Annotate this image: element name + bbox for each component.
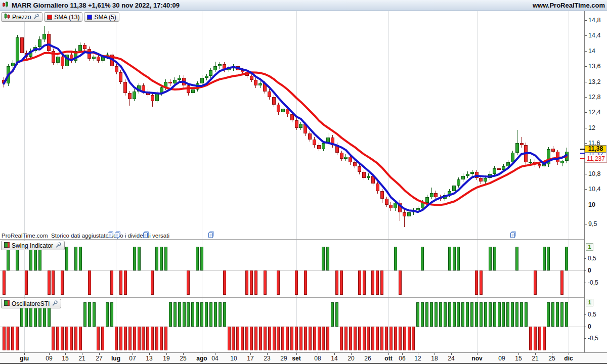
osc-bar — [61, 327, 64, 351]
candle — [335, 145, 339, 153]
candle — [340, 153, 343, 158]
price-axis-tick — [585, 20, 587, 21]
osc-bar — [110, 302, 113, 327]
candle — [272, 97, 276, 105]
wrench-icon[interactable] — [33, 13, 39, 21]
candle — [173, 80, 177, 84]
candle — [362, 172, 366, 177]
osc-bar — [290, 327, 293, 351]
price-pane[interactable] — [0, 11, 584, 239]
swing-bar — [453, 247, 456, 271]
osc-bar — [416, 302, 419, 327]
indicator-color-icon — [4, 300, 10, 307]
osc-bar — [520, 302, 523, 327]
indicator-axis-tick — [584, 314, 586, 315]
time-axis-label: 21 — [532, 355, 538, 362]
osc-bar — [493, 302, 496, 327]
candle — [47, 34, 51, 51]
price-axis-tick — [585, 66, 587, 67]
time-axis-label: 15 — [515, 355, 522, 362]
osc-bar — [93, 302, 96, 327]
osc-bar — [232, 327, 235, 351]
price-axis-tick — [585, 189, 587, 190]
osc-bar — [169, 302, 172, 327]
time-axis-label: 20 — [348, 355, 354, 362]
osc-bar — [543, 327, 546, 351]
osc-bar — [502, 302, 505, 327]
oscillator-sti-header-chip[interactable]: OscillatoreSTI — [1, 299, 61, 308]
swing-bar — [480, 270, 483, 295]
candle — [286, 109, 289, 114]
osc-bar — [547, 302, 550, 327]
time-axis-label: 21 — [78, 355, 85, 362]
swing-bar — [547, 247, 550, 271]
time-axis-label: 07 — [129, 355, 136, 362]
candle — [160, 87, 163, 93]
oscillator-sti-pane[interactable] — [0, 298, 584, 352]
osc-bar — [133, 327, 136, 351]
indicator-axis-label: 0,5 — [588, 255, 596, 262]
swing-bar — [151, 270, 154, 295]
candle — [313, 140, 316, 145]
osc-bar — [70, 327, 73, 351]
price-axis-label: 12,4 — [588, 109, 600, 116]
osc-bar — [187, 302, 190, 327]
swing-bar — [264, 270, 267, 295]
osc-bar — [277, 327, 280, 351]
candle — [254, 80, 257, 85]
candle — [484, 178, 487, 182]
osc-bar — [470, 302, 473, 327]
swing-bar — [376, 270, 379, 295]
price-axis-tick — [585, 224, 587, 224]
candle — [547, 149, 550, 164]
osc-bar — [160, 327, 163, 351]
pane-separator[interactable] — [0, 297, 607, 298]
osc-bar — [52, 327, 55, 351]
time-axis[interactable]: giu09152127lug07131925ago0410172329set08… — [0, 352, 607, 364]
swing-bar — [65, 247, 68, 271]
candle — [497, 168, 501, 170]
candle — [146, 92, 150, 96]
indicator-color-icon — [4, 242, 10, 249]
candle — [407, 212, 411, 216]
osc-bar — [399, 327, 402, 351]
candle — [106, 55, 109, 57]
time-axis-label: 14 — [331, 355, 337, 362]
time-axis-label: 12 — [414, 355, 421, 362]
osc-bar — [565, 302, 568, 327]
indicator-axis-label: 0 — [588, 267, 591, 274]
candle — [97, 57, 100, 61]
wrench-icon[interactable] — [52, 300, 58, 308]
legend-chip-sma5[interactable]: SMA (5) — [84, 12, 119, 22]
candle — [232, 66, 235, 68]
osc-bar — [304, 327, 307, 351]
candle — [83, 45, 86, 49]
osc-bar — [236, 327, 239, 351]
swing-bar — [515, 247, 518, 271]
candle — [331, 138, 334, 145]
time-axis-label: giu — [20, 355, 29, 362]
osc-bar — [498, 302, 501, 327]
osc-bar — [506, 302, 509, 327]
legend-sma5-label: SMA (5) — [94, 14, 116, 21]
swing-bar — [187, 270, 190, 295]
swing-bar — [475, 270, 478, 295]
legend-chip-price[interactable]: Prezzo — [1, 12, 42, 22]
swing-indicator-pane[interactable] — [0, 240, 584, 297]
candle — [506, 162, 510, 166]
candle — [551, 149, 555, 152]
candle — [434, 193, 438, 197]
legend-chip-sma13[interactable]: SMA (13) — [44, 12, 82, 22]
candle — [196, 83, 199, 89]
time-axis-label: 04 — [211, 355, 218, 362]
osc-bar — [358, 327, 361, 351]
time-axis-label: 27 — [96, 355, 102, 362]
wrench-icon[interactable] — [55, 242, 62, 250]
osc-bar — [115, 327, 118, 351]
osc-bar — [254, 327, 257, 351]
candle — [493, 168, 496, 174]
candles-icon — [2, 1, 9, 10]
osc-bar — [155, 327, 158, 351]
swing-indicator-header-chip[interactable]: Swing Indicator — [1, 241, 65, 250]
candle — [488, 174, 492, 178]
